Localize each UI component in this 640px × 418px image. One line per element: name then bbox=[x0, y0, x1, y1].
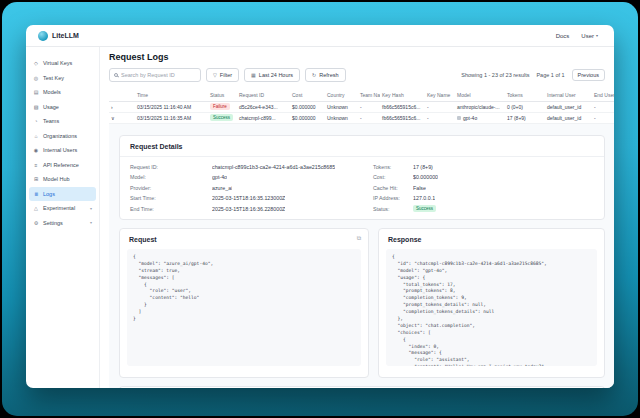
user-menu[interactable]: User ▾ bbox=[581, 33, 598, 39]
sidebar-item-label: Models bbox=[43, 89, 61, 95]
user-icon: ◉ bbox=[33, 147, 39, 153]
cell-key-name: - bbox=[425, 101, 455, 112]
col-cost: Cost bbox=[290, 89, 325, 101]
sidebar-item-models[interactable]: ▤ Models bbox=[26, 85, 99, 100]
sidebar-item-internal-users[interactable]: ◉ Internal Users bbox=[26, 143, 99, 158]
logs-icon: ≣ bbox=[33, 191, 39, 197]
sidebar-item-test-key[interactable]: ◎ Test Key bbox=[26, 71, 99, 86]
results-count: Showing 1 - 23 of 23 results bbox=[461, 72, 529, 78]
cell-country: Unknown bbox=[325, 112, 358, 123]
sidebar-item-settings[interactable]: ⚙ Settings ▾ bbox=[26, 216, 99, 231]
detail-value-ip-address: 127.0.0.1 bbox=[413, 195, 435, 201]
detail-value-end-time: 2025-03-15T18:16:36.228000Z bbox=[212, 206, 285, 212]
status-badge: Failure bbox=[210, 103, 230, 110]
sidebar-item-virtual-keys[interactable]: ◇ Virtual Keys bbox=[26, 56, 99, 71]
sidebar-item-teams[interactable]: ◔ Teams bbox=[26, 114, 99, 129]
detail-value-cost: $0.000000 bbox=[413, 174, 438, 180]
filter-icon: ▽ bbox=[213, 72, 217, 78]
chevron-down-icon: ▾ bbox=[596, 33, 598, 38]
detail-label: Cost: bbox=[373, 174, 413, 180]
table-row-expanded[interactable]: ∨ 03/15/2025 11:16:35 AM Success chatcmp… bbox=[109, 112, 614, 123]
metadata-card: Metadata bbox=[119, 386, 605, 388]
top-navbar: LiteLLM Docs User ▾ bbox=[26, 25, 614, 47]
refresh-button-label: Refresh bbox=[319, 72, 338, 78]
filter-button[interactable]: ▽ Filter bbox=[206, 68, 239, 82]
cell-model: anthropic/claude-... bbox=[455, 101, 505, 112]
col-key-name: Key Name bbox=[425, 89, 455, 101]
col-team-name: Team Name bbox=[358, 89, 380, 101]
cell-end-user: - bbox=[592, 101, 614, 112]
flask-icon: △ bbox=[33, 205, 39, 211]
table-row[interactable]: › 03/15/2025 11:16:40 AM Failure d5c26ce… bbox=[109, 101, 614, 112]
refresh-icon: ↻ bbox=[312, 72, 316, 78]
status-badge: Success bbox=[413, 205, 436, 212]
col-tokens: Tokens bbox=[505, 89, 545, 101]
search-input[interactable] bbox=[121, 72, 196, 78]
chart-icon: ▨ bbox=[33, 104, 39, 110]
search-box[interactable] bbox=[109, 68, 201, 82]
key-icon: ◇ bbox=[33, 60, 39, 66]
docs-link[interactable]: Docs bbox=[556, 33, 570, 39]
col-key-hash: Key Hash bbox=[380, 89, 425, 101]
col-country: Country bbox=[325, 89, 358, 101]
detail-value-tokens: 17 (8+9) bbox=[413, 164, 433, 170]
col-model: Model bbox=[455, 89, 505, 101]
cell-cost: $0.000000 bbox=[290, 112, 325, 123]
previous-page-button[interactable]: Previous bbox=[572, 69, 605, 81]
col-status: Status bbox=[208, 89, 237, 101]
grid-icon: ⊞ bbox=[33, 176, 39, 182]
detail-label: Cache Hit: bbox=[373, 185, 413, 191]
search-icon bbox=[114, 73, 118, 77]
page-indicator: Page 1 of 1 bbox=[536, 72, 564, 78]
sidebar-item-organizations[interactable]: ⌂ Organizations bbox=[26, 129, 99, 144]
filter-button-label: Filter bbox=[220, 72, 232, 78]
sidebar-item-label: API Reference bbox=[43, 162, 79, 168]
cell-country: Unknown bbox=[325, 101, 358, 112]
detail-label: Model: bbox=[130, 174, 212, 180]
sidebar-item-usage[interactable]: ▨ Usage bbox=[26, 100, 99, 115]
sidebar-item-label: Logs bbox=[43, 191, 55, 197]
sidebar-item-label: Usage bbox=[43, 104, 59, 110]
time-range-button[interactable]: ▦ Last 24 Hours bbox=[244, 68, 300, 82]
provider-logo-icon bbox=[457, 116, 461, 120]
cell-tokens: 0 (0+0) bbox=[505, 101, 545, 112]
col-time: Time bbox=[135, 89, 208, 101]
cell-request-id: chatcmpl-c899... bbox=[237, 112, 290, 123]
cell-team-name: - bbox=[358, 101, 380, 112]
detail-value-start-time: 2025-03-15T18:16:35.123000Z bbox=[212, 195, 285, 201]
detail-value-provider: azure_ai bbox=[212, 185, 232, 191]
status-badge: Success bbox=[210, 114, 233, 121]
sidebar-item-experimental[interactable]: △ Experimental ▾ bbox=[26, 201, 99, 216]
cell-model: gpt-4o bbox=[455, 112, 505, 123]
cell-key-hash: fb66c565915c6... bbox=[380, 101, 425, 112]
detail-label: Request ID: bbox=[130, 164, 212, 170]
detail-value-cache-hit: False bbox=[413, 185, 426, 191]
copy-icon[interactable]: ⧉ bbox=[357, 235, 361, 242]
cell-time: 03/15/2025 11:16:35 AM bbox=[135, 112, 208, 123]
cell-cost: $0.000000 bbox=[290, 101, 325, 112]
col-end-user: End User bbox=[592, 89, 614, 101]
app-window: LiteLLM Docs User ▾ ◇ Virtual Keys ◎ Tes… bbox=[26, 25, 614, 388]
sidebar-item-model-hub[interactable]: ⊞ Model Hub bbox=[26, 172, 99, 187]
expand-row-icon[interactable]: › bbox=[109, 101, 135, 112]
cell-status: Failure bbox=[208, 101, 237, 112]
sidebar-item-logs[interactable]: ≣ Logs bbox=[29, 187, 96, 202]
litellm-logo-text: LiteLLM bbox=[52, 32, 79, 39]
collapse-row-icon[interactable]: ∨ bbox=[109, 112, 135, 123]
building-icon: ⌂ bbox=[33, 133, 39, 139]
request-json: { "model": "azure_ai/gpt-4o", "stream": … bbox=[127, 249, 361, 366]
detail-label: Status: bbox=[373, 206, 413, 212]
cell-team-name: - bbox=[358, 112, 380, 123]
request-panel: Request ⧉ { "model": "azure_ai/gpt-4o", … bbox=[119, 228, 369, 378]
sidebar-item-label: Organizations bbox=[43, 133, 77, 139]
refresh-button[interactable]: ↻ Refresh bbox=[305, 68, 345, 82]
sidebar-item-api-reference[interactable]: ≡ API Reference bbox=[26, 158, 99, 173]
calendar-icon: ▦ bbox=[251, 72, 256, 78]
cell-time: 03/15/2025 11:16:40 AM bbox=[135, 101, 208, 112]
metadata-title: Metadata bbox=[120, 387, 604, 388]
cell-tokens: 17 (8+9) bbox=[505, 112, 545, 123]
detail-label: End Time: bbox=[130, 206, 212, 212]
toolbar: ▽ Filter ▦ Last 24 Hours ↻ Refresh Showi… bbox=[109, 68, 605, 82]
litellm-logo-icon bbox=[38, 31, 48, 41]
chevron-down-icon: ▾ bbox=[90, 206, 92, 211]
